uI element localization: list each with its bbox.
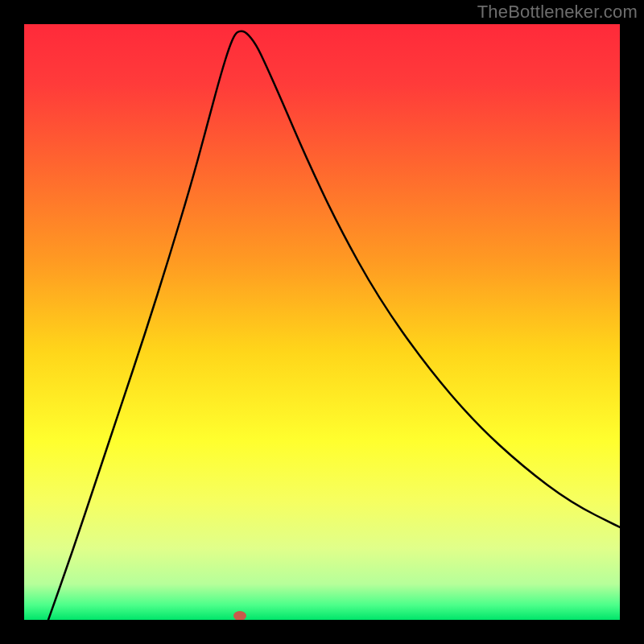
curve-svg [24, 24, 620, 620]
bottleneck-curve [48, 31, 620, 620]
watermark-text: TheBottleneker.com [477, 2, 638, 23]
minimum-marker [233, 611, 246, 620]
curve-layer [24, 24, 620, 620]
plot-area [24, 24, 620, 620]
chart-frame: TheBottleneker.com [0, 0, 644, 644]
